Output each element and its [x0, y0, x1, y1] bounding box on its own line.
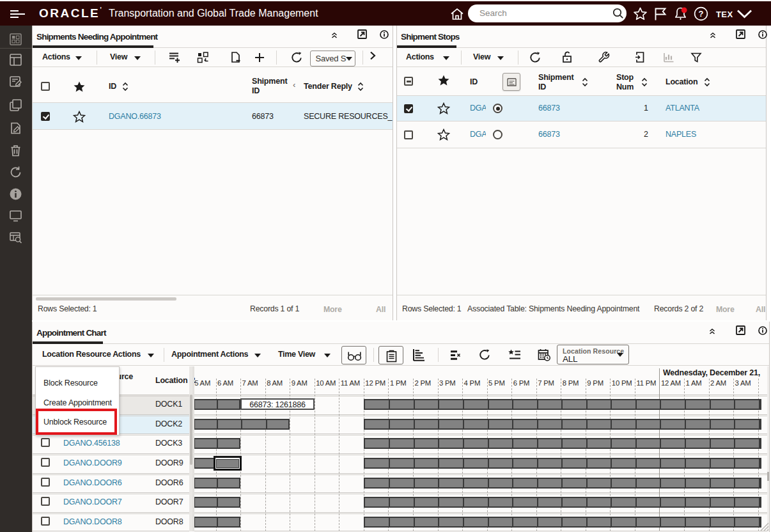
svg-text:?: ?: [699, 9, 704, 19]
